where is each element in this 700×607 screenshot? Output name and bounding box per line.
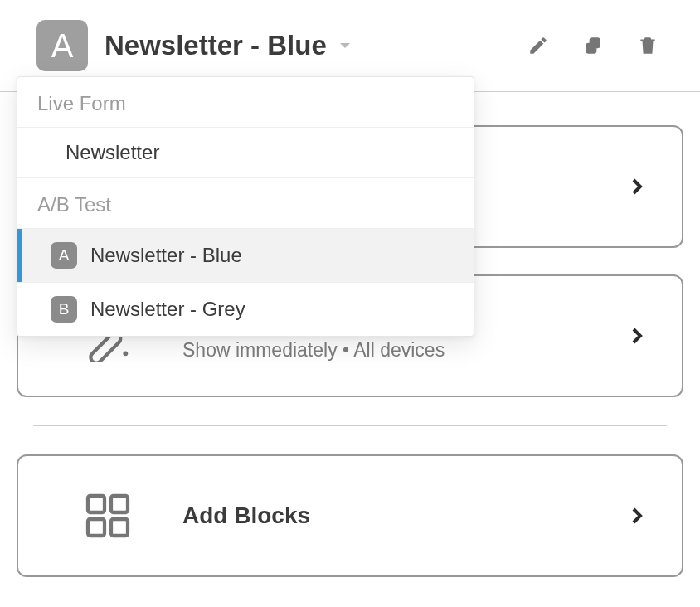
chevron-wrap xyxy=(627,326,647,346)
variant-badge-letter: A xyxy=(51,27,74,65)
trash-icon xyxy=(637,35,659,56)
add-blocks-card-title: Add Blocks xyxy=(182,503,627,529)
variant-badge-small: A xyxy=(51,242,77,269)
variant-badge: A xyxy=(36,20,88,71)
pencil-icon xyxy=(527,35,549,56)
variant-badge-small: B xyxy=(51,296,77,323)
toolbar xyxy=(526,33,664,58)
targeting-card-subtitle: Show immediately • All devices xyxy=(182,339,627,362)
dropdown-item-variant-b[interactable]: B Newsletter - Grey xyxy=(17,283,474,336)
edit-button[interactable] xyxy=(526,33,551,58)
chevron-right-icon xyxy=(627,326,647,346)
svg-point-7 xyxy=(123,351,128,356)
dropdown-section-ab-test: A/B Test xyxy=(17,178,474,229)
svg-rect-10 xyxy=(88,519,105,536)
dropdown-toggle[interactable] xyxy=(338,39,352,52)
blocks-icon xyxy=(81,489,134,542)
add-blocks-card-body: Add Blocks xyxy=(182,503,627,529)
delete-button[interactable] xyxy=(635,33,660,58)
dropdown-item-newsletter[interactable]: Newsletter xyxy=(17,128,474,178)
variant-badge-letter: B xyxy=(59,300,70,318)
svg-rect-8 xyxy=(88,496,105,512)
duplicate-button[interactable] xyxy=(581,33,605,58)
chevron-wrap xyxy=(627,177,647,197)
svg-rect-1 xyxy=(586,43,596,54)
dropdown-section-live-form: Live Form xyxy=(17,77,474,128)
chevron-wrap xyxy=(627,506,647,526)
variant-dropdown: Live Form Newsletter A/B Test A Newslett… xyxy=(17,76,474,337)
svg-rect-11 xyxy=(111,519,128,536)
page-title: Newsletter - Blue xyxy=(105,30,327,61)
variant-badge-letter: A xyxy=(59,246,70,265)
chevron-right-icon xyxy=(627,177,647,197)
dropdown-item-label: Newsletter - Blue xyxy=(90,244,242,267)
svg-rect-9 xyxy=(111,496,128,512)
copy-icon xyxy=(582,35,604,56)
chevron-right-icon xyxy=(627,506,647,526)
section-divider xyxy=(33,425,667,426)
add-blocks-card[interactable]: Add Blocks xyxy=(17,454,683,577)
add-blocks-card-icon-wrap xyxy=(81,489,134,542)
caret-down-icon xyxy=(338,39,352,52)
dropdown-item-label: Newsletter - Grey xyxy=(90,298,245,321)
dropdown-item-variant-a[interactable]: A Newsletter - Blue xyxy=(17,229,474,283)
dropdown-item-label: Newsletter xyxy=(66,141,159,164)
